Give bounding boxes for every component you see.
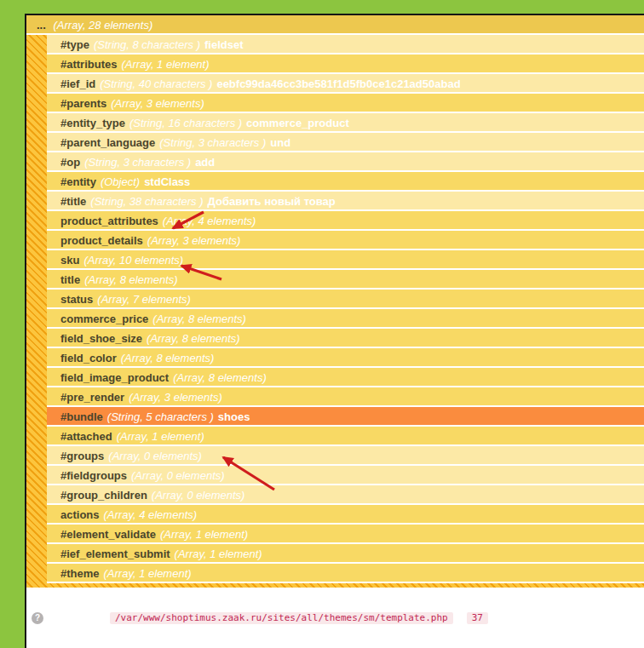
- entry-key: field_shoe_size: [60, 332, 142, 345]
- array-entry-row[interactable]: #ief_element_submit(Array, 1 element): [47, 544, 644, 564]
- entry-type-label: (Array, 10 elements): [83, 254, 183, 267]
- entry-key: #group_children: [60, 489, 147, 502]
- entry-value: add: [195, 156, 215, 169]
- array-entry-row[interactable]: field_color(Array, 8 elements): [47, 348, 644, 368]
- entry-type-label: (Array, 7 elements): [97, 293, 191, 306]
- entry-value: fieldset: [204, 38, 244, 51]
- array-entry-row[interactable]: #attributes(Array, 1 element): [47, 54, 644, 74]
- entry-key: product_details: [60, 234, 143, 247]
- entry-value: stdClass: [144, 175, 190, 188]
- entry-key: #element_validate: [60, 528, 156, 541]
- array-entry-row[interactable]: #bundle(String, 5 characters )shoes: [47, 407, 644, 427]
- collapse-ellipsis[interactable]: ...: [37, 19, 46, 32]
- entry-key: #fieldgroups: [60, 469, 127, 482]
- entry-type-label: (Array, 0 elements): [108, 450, 202, 462]
- array-entry-row[interactable]: #parents(Array, 3 elements): [47, 94, 644, 113]
- entry-key: status: [60, 293, 93, 306]
- help-question-icon[interactable]: ?: [32, 612, 43, 624]
- entry-value: und: [270, 136, 290, 149]
- entry-key: field_color: [60, 352, 117, 364]
- entry-type-label: (Array, 4 elements): [163, 215, 256, 227]
- krumo-debug-panel: ... (Array, 28 elements) #type(String, 8…: [25, 14, 644, 648]
- entry-key: #bundle: [60, 410, 103, 423]
- entry-key: #op: [60, 156, 80, 169]
- array-entry-row[interactable]: #group_children(Array, 0 elements): [47, 485, 644, 505]
- array-entry-row[interactable]: #fieldgroups(Array, 0 elements): [47, 466, 644, 485]
- entry-key: field_image_product: [60, 371, 169, 384]
- entry-key: #entity_type: [60, 117, 125, 129]
- entry-type-label: (Array, 3 elements): [129, 391, 222, 404]
- array-entry-row[interactable]: #pre_render(Array, 3 elements): [47, 387, 644, 407]
- entry-type-label: (Array, 3 elements): [147, 234, 241, 247]
- entry-key: sku: [60, 254, 79, 267]
- entry-type-label: (String, 3 characters ): [84, 156, 191, 169]
- entry-type-label: (Array, 8 elements): [84, 273, 178, 286]
- array-entry-row[interactable]: #entity_type(String, 16 characters )comm…: [47, 113, 644, 133]
- entry-type-label: (Array, 0 elements): [152, 489, 245, 502]
- entry-key: product_attributes: [60, 215, 158, 227]
- entry-type-label: (String, 16 characters ): [129, 117, 242, 129]
- array-entry-row[interactable]: actions(Array, 4 elements): [47, 505, 644, 525]
- krumo-footer: ? /var/www/shoptimus.zaak.ru/sites/all/t…: [26, 588, 644, 648]
- array-entry-row[interactable]: sku(Array, 10 elements): [47, 250, 644, 270]
- entry-value: commerce_product: [246, 117, 349, 129]
- entry-type-label: (Array, 0 elements): [131, 469, 225, 482]
- entry-key: #theme: [60, 567, 100, 580]
- entry-key: title: [60, 273, 80, 286]
- entry-type-label: (Object): [101, 175, 140, 188]
- entry-type-label: (Array, 8 elements): [121, 352, 215, 364]
- array-entry-row[interactable]: field_shoe_size(Array, 8 elements): [47, 329, 644, 348]
- entry-type-label: (Array, 1 element): [175, 548, 262, 560]
- array-entry-row[interactable]: #element_validate(Array, 1 element): [47, 525, 644, 544]
- source-line-number: 37: [467, 612, 488, 624]
- krumo-nest: #type(String, 8 characters )fieldset #at…: [26, 35, 644, 588]
- array-entry-row[interactable]: #ief_id(String, 40 characters )eebfc99da…: [47, 74, 644, 94]
- array-entry-row[interactable]: #title(String, 38 characters )Добавить н…: [47, 192, 644, 211]
- array-entry-row[interactable]: #parent_language(String, 3 characters )u…: [47, 133, 644, 152]
- entry-key: #title: [60, 195, 86, 208]
- entry-type-label: (Array, 4 elements): [104, 508, 198, 521]
- entry-value: Добавить новый товар: [208, 195, 336, 208]
- entry-key: #pre_render: [60, 391, 124, 404]
- array-entry-row[interactable]: product_details(Array, 3 elements): [47, 231, 644, 250]
- array-entry-row[interactable]: #type(String, 8 characters )fieldset: [47, 35, 644, 54]
- entry-key: #attributes: [60, 58, 117, 71]
- array-entry-row[interactable]: title(Array, 8 elements): [47, 270, 644, 290]
- entry-key: #entity: [60, 175, 96, 188]
- entry-type-label: (String, 5 characters ): [107, 410, 214, 423]
- entry-type-label: (String, 40 characters ): [100, 77, 212, 90]
- array-entry-row[interactable]: #op(String, 3 characters )add: [47, 152, 644, 172]
- entry-type-label: (Array, 1 element): [160, 528, 248, 541]
- source-path: /var/www/shoptimus.zaak.ru/sites/all/the…: [110, 612, 453, 624]
- root-type-label: (Array, 28 elements): [53, 19, 152, 32]
- entry-key: actions: [60, 508, 100, 521]
- entry-type-label: (Array, 8 elements): [147, 332, 240, 345]
- entry-key: #attached: [60, 430, 112, 443]
- array-entry-row[interactable]: status(Array, 7 elements): [47, 290, 644, 309]
- entry-type-label: (Array, 3 elements): [111, 97, 204, 110]
- entry-key: commerce_price: [60, 313, 148, 325]
- array-entry-row[interactable]: commerce_price(Array, 8 elements): [47, 309, 644, 329]
- entry-value: eebfc99da46cc3be581f1d5fb0ce1c21ad50abad: [216, 77, 460, 90]
- array-entry-row[interactable]: #entity(Object)stdClass: [47, 172, 644, 192]
- array-root-row[interactable]: ... (Array, 28 elements): [26, 15, 644, 35]
- entry-type-label: (Array, 1 element): [117, 430, 204, 443]
- array-entry-row[interactable]: #theme(Array, 1 element): [47, 564, 644, 583]
- entry-key: #type: [60, 38, 89, 51]
- entry-key: #ief_element_submit: [60, 548, 170, 560]
- entry-type-label: (String, 38 characters ): [90, 195, 203, 208]
- entry-type-label: (String, 8 characters ): [94, 38, 200, 51]
- array-entry-row[interactable]: field_image_product(Array, 8 elements): [47, 368, 644, 387]
- entry-key: #parents: [60, 97, 106, 110]
- entry-type-label: (String, 3 characters ): [159, 136, 266, 149]
- entry-type-label: (Array, 8 elements): [173, 371, 267, 384]
- entry-type-label: (Array, 1 element): [104, 567, 192, 580]
- array-entry-row[interactable]: #attached(Array, 1 element): [47, 427, 644, 446]
- entry-value: shoes: [218, 410, 250, 423]
- array-entry-row[interactable]: #groups(Array, 0 elements): [47, 446, 644, 466]
- entry-type-label: (Array, 1 element): [121, 58, 209, 71]
- entry-key: #parent_language: [60, 136, 155, 149]
- entry-key: #groups: [60, 450, 104, 462]
- array-entry-row[interactable]: product_attributes(Array, 4 elements): [47, 211, 644, 231]
- entry-key: #ief_id: [60, 77, 95, 90]
